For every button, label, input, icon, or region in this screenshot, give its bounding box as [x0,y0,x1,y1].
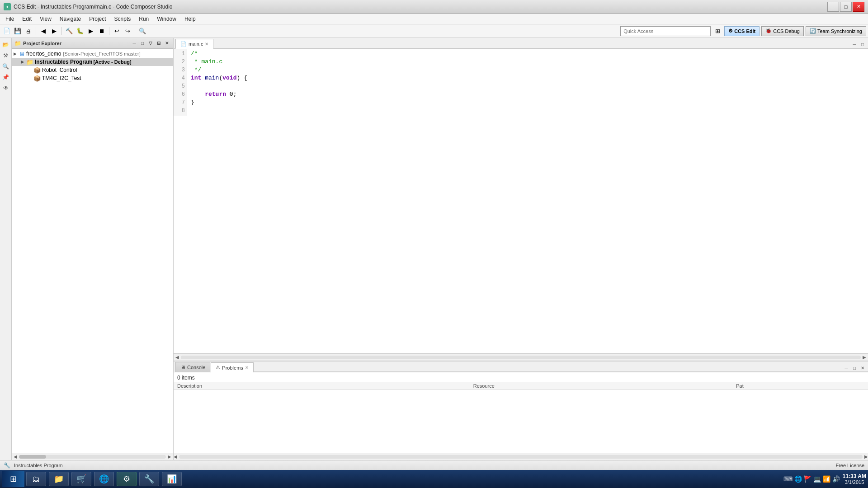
search-button[interactable]: 🔍 [137,26,147,36]
new-button[interactable]: 📄 [2,26,12,36]
undo-button[interactable]: ↩ [112,26,122,36]
collapse-all-button[interactable]: ⊟ [155,40,162,47]
toolbar-sep-2 [61,27,62,35]
editor-hscroll[interactable]: ◀ ▶ [174,353,868,361]
close-panel-button[interactable]: ✕ [163,40,170,47]
taskbar-folder[interactable]: 📁 [49,472,69,486]
sidebar-icon-1[interactable]: 📂 [1,40,11,50]
code-area: 1 2 3 4 5 6 7 8 /* * main.c */ int main(… [174,49,868,116]
code-line-8 [191,107,864,115]
toolbar-sep-4 [135,27,135,35]
run-button[interactable]: ▶ [86,26,96,36]
quick-access-input[interactable] [620,26,711,36]
maximize-button[interactable]: □ [840,2,852,12]
taskbar-tool[interactable]: 🔧 [139,472,159,486]
editor-tab-mainc[interactable]: 📄 main.c ✕ [175,39,213,49]
sidebar-icon-3[interactable]: 🔍 [1,61,11,71]
taskbar-chrome[interactable]: 🌐 [94,472,114,486]
col-path: Pat [732,382,868,390]
ccs-debug-label: CCS Debug [773,28,800,34]
title-bar: ♦ CCS Edit - Instructables Program/main.… [0,0,868,14]
menu-bar: File Edit View Navigate Project Scripts … [0,14,868,24]
team-sync-perspective[interactable]: 🔄 Team Synchronizing [806,26,866,36]
editor-scroll-right[interactable]: ▶ [863,355,866,360]
window-title: CCS Edit - Instructables Program/main.c … [14,4,172,10]
sidebar-icon-2[interactable]: ⚒ [1,51,11,61]
fwd-button[interactable]: ▶ [49,26,59,36]
menu-run[interactable]: Run [135,15,152,23]
taskbar-ccs[interactable]: ⚙ [117,472,137,486]
console-tab[interactable]: 🖥 Console [175,362,210,372]
toolbar-sep-1 [36,27,36,35]
col-description: Description [174,382,470,390]
tree-item-robot-control[interactable]: 📦 Robot_Control [12,66,173,74]
line-num-7: 7 [174,99,185,107]
console-tab-label: Console [187,365,205,370]
code-line-3: */ [191,66,864,74]
bottom-panel-content: 0 items Description Resource Pat [174,372,868,453]
tab-close-button[interactable]: ✕ [205,42,208,47]
scroll-left-icon[interactable]: ◀ [14,454,17,459]
scroll-right-icon[interactable]: ▶ [168,454,171,459]
bottom-scroll-left[interactable]: ◀ [174,454,177,459]
menu-file[interactable]: File [2,15,18,23]
bottom-min-btn[interactable]: ─ [843,364,850,371]
redo-button[interactable]: ↪ [123,26,132,36]
problems-icon: ⚠ [216,365,220,371]
line-num-4: 4 [174,74,185,82]
code-line-7: } [191,99,864,107]
sidebar-icon-5[interactable]: 👁 [1,83,11,93]
debug-button[interactable]: 🐛 [75,26,85,36]
menu-scripts[interactable]: Scripts [111,15,135,23]
print-button[interactable]: 🖨 [24,26,33,36]
editor-scroll-left[interactable]: ◀ [175,355,179,360]
filter-panel-button[interactable]: ▽ [147,40,154,47]
bottom-hscroll[interactable]: ◀ ▶ [174,453,868,460]
code-editor[interactable]: 1 2 3 4 5 6 7 8 /* * main.c */ int main(… [174,49,868,353]
expand-arrow-instructables: ▶ [21,60,26,64]
team-sync-label: Team Synchronizing [817,28,862,34]
bottom-close-btn[interactable]: ✕ [859,364,866,371]
menu-navigate[interactable]: Navigate [56,15,85,23]
problems-tab-label: Problems [222,365,243,371]
save-button[interactable]: 💾 [13,26,23,36]
taskbar-file-explorer[interactable]: 🗂 [26,472,46,486]
editor-tabs: 📄 main.c ✕ ─ □ [174,38,868,49]
build-button[interactable]: 🔨 [64,26,74,36]
editor-minimize-btn[interactable]: ─ [851,41,858,48]
menu-edit[interactable]: Edit [19,15,35,23]
line-num-6: 6 [174,90,185,99]
start-button[interactable]: ⊞ [2,471,24,487]
minimize-button[interactable]: ─ [827,2,839,12]
close-button[interactable]: ✕ [853,2,864,12]
tm4c-icon: 📦 [33,75,41,82]
taskbar-app[interactable]: 📊 [162,472,182,486]
sidebar-icon-4[interactable]: 📌 [1,72,11,82]
back-button[interactable]: ◀ [38,26,48,36]
code-content[interactable]: /* * main.c */ int main(void) { return 0… [187,49,868,116]
menu-project[interactable]: Project [85,15,109,23]
menu-view[interactable]: View [36,15,55,23]
maximize-panel-button[interactable]: □ [139,40,146,47]
ccs-debug-perspective[interactable]: 🐞 CCS Debug [761,26,804,36]
ccs-edit-perspective[interactable]: ⚙ CCS Edit [724,26,760,36]
tree-item-tm4c[interactable]: 📦 TM4C_I2C_Test [12,74,173,82]
tree-item-instructables[interactable]: ▶ 📁 Instructables Program [Active - Debu… [12,58,173,66]
expand-arrow-freertos: ▶ [14,52,19,56]
menu-window[interactable]: Window [153,15,180,23]
ccs-edit-label: CCS Edit [734,28,755,34]
editor-scrollbar-track [181,356,861,359]
editor-maximize-btn[interactable]: □ [859,41,866,48]
editor-area: 📄 main.c ✕ ─ □ 1 2 3 4 5 6 7 [174,38,868,460]
bottom-scroll-right[interactable]: ▶ [864,454,868,459]
open-perspective-button[interactable]: ⊞ [712,26,722,36]
main-area: 📂 ⚒ 🔍 📌 👁 📁 Project Explorer ─ □ ▽ ⊟ ✕ ▶… [0,38,868,460]
problems-tab-close[interactable]: ✕ [245,365,249,370]
bottom-max-btn[interactable]: □ [851,364,858,371]
problems-tab[interactable]: ⚠ Problems ✕ [211,362,253,372]
tree-item-freertos-demo[interactable]: ▶ 🖥 freertos_demo [Senior-Project_FreeRT… [12,50,173,58]
stop-button[interactable]: ⏹ [97,26,107,36]
menu-help[interactable]: Help [181,15,199,23]
minimize-panel-button[interactable]: ─ [131,40,138,47]
taskbar-store[interactable]: 🛒 [71,472,91,486]
